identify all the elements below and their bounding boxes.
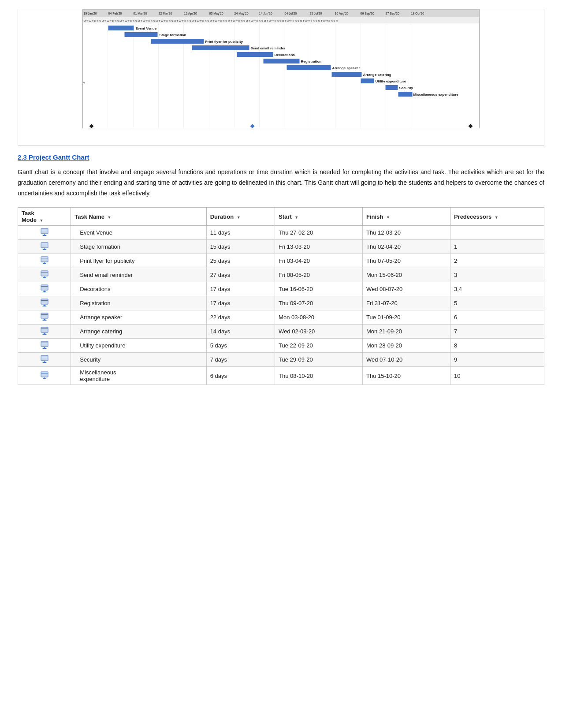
svg-rect-31: [108, 26, 134, 30]
th-duration[interactable]: Duration ▼: [206, 208, 275, 226]
task-mode-icon: [41, 270, 48, 278]
table-row: Utility expenditure5 daysTue 22-09-20Mon…: [18, 339, 544, 353]
cell-task-mode: [18, 254, 71, 268]
cell-start: Thu 08-10-20: [275, 367, 363, 385]
sort-arrow-finish[interactable]: ▼: [386, 215, 390, 220]
cell-finish: Thu 12-03-20: [363, 226, 450, 240]
table-row: Miscellaneousexpenditure6 daysThu 08-10-…: [18, 367, 544, 385]
svg-rect-39: [237, 52, 273, 57]
cell-task-mode: [18, 240, 71, 254]
cell-start: Mon 03-08-20: [275, 310, 363, 325]
cell-finish: Thu 07-05-20: [363, 254, 450, 268]
cell-predecessors: 1: [450, 240, 544, 254]
svg-rect-73: [41, 300, 48, 301]
cell-task-name: Decorations: [71, 282, 206, 296]
svg-text:Arrange catering: Arrange catering: [363, 73, 391, 77]
task-mode-icon: [41, 299, 48, 306]
cell-task-mode: [18, 353, 71, 367]
cell-duration: 17 days: [206, 282, 275, 296]
svg-rect-75: [41, 313, 48, 318]
svg-marker-65: [42, 262, 47, 264]
svg-text:04 Feb'20: 04 Feb'20: [108, 12, 122, 15]
cell-start: Fri 08-05-20: [275, 268, 363, 282]
th-finish[interactable]: Finish ▼: [363, 208, 450, 226]
svg-text:04 Jul'20: 04 Jul'20: [285, 12, 297, 15]
svg-rect-49: [386, 85, 398, 90]
svg-text:18 Oct'20: 18 Oct'20: [411, 12, 424, 15]
cell-duration: 25 days: [206, 254, 275, 268]
svg-rect-58: [41, 230, 48, 230]
th-start[interactable]: Start ▼: [275, 208, 363, 226]
cell-finish: Fri 31-07-20: [363, 296, 450, 310]
svg-rect-79: [41, 329, 48, 329]
th-task-name[interactable]: Task Name ▼: [71, 208, 206, 226]
cell-start: Tue 29-09-20: [275, 353, 363, 367]
task-mode-icon: [41, 371, 48, 379]
cell-task-mode: [18, 339, 71, 353]
cell-predecessors: 8: [450, 339, 544, 353]
cell-finish: Mon 21-09-20: [363, 325, 450, 339]
body-paragraph: Gantt chart is a concept that involve an…: [18, 167, 544, 198]
svg-rect-78: [41, 327, 48, 332]
svg-rect-63: [41, 257, 48, 262]
cell-task-name: Send email reminder: [71, 268, 206, 282]
svg-rect-76: [41, 314, 48, 315]
svg-rect-81: [41, 341, 48, 347]
svg-marker-74: [42, 305, 47, 306]
table-row: Event Venue11 daysThu 27-02-20Thu 12-03-…: [18, 226, 544, 240]
svg-rect-45: [332, 72, 362, 77]
cell-predecessors: [450, 226, 544, 240]
table-row: Arrange speaker22 daysMon 03-08-20Tue 01…: [18, 310, 544, 325]
sort-arrow-start[interactable]: ▼: [294, 215, 298, 220]
svg-text:Registration: Registration: [301, 60, 322, 63]
cell-predecessors: 3: [450, 268, 544, 282]
sort-arrow-duration[interactable]: ▼: [237, 215, 241, 220]
svg-text:19 Jan'20: 19 Jan'20: [84, 12, 97, 15]
th-task-mode[interactable]: TaskMode ▼: [18, 208, 71, 226]
sort-arrow-task-name[interactable]: ▼: [108, 215, 112, 220]
svg-marker-77: [42, 319, 47, 321]
cell-predecessors: 6: [450, 310, 544, 325]
svg-text:14 Jun'20: 14 Jun'20: [259, 12, 272, 15]
svg-text:Event Venue: Event Venue: [136, 26, 157, 30]
cell-task-mode: [18, 282, 71, 296]
svg-marker-83: [42, 347, 47, 349]
cell-finish: Thu 15-10-20: [363, 367, 450, 385]
cell-task-name: Security: [71, 353, 206, 367]
cell-task-name: Miscellaneousexpenditure: [71, 367, 206, 385]
cell-duration: 17 days: [206, 296, 275, 310]
svg-rect-33: [125, 32, 158, 37]
sort-arrow-task-mode[interactable]: ▼: [40, 218, 44, 223]
svg-text:24 May'20: 24 May'20: [234, 12, 249, 15]
task-mode-icon: [41, 228, 48, 236]
cell-predecessors: 3,4: [450, 282, 544, 296]
svg-text:Send email reminder: Send email reminder: [251, 46, 286, 50]
svg-rect-69: [41, 285, 48, 290]
task-mode-icon: [41, 242, 48, 250]
sort-arrow-predecessors[interactable]: ▼: [495, 215, 499, 220]
th-predecessors[interactable]: Predecessors ▼: [450, 208, 544, 226]
table-row: Send email reminder27 daysFri 08-05-20Mo…: [18, 268, 544, 282]
svg-text:22 Mar'20: 22 Mar'20: [159, 12, 172, 15]
svg-text:Miscellaneous expenditure: Miscellaneous expenditure: [413, 93, 459, 97]
svg-rect-37: [192, 45, 249, 50]
svg-marker-86: [42, 361, 47, 363]
cell-start: Thu 09-07-20: [275, 296, 363, 310]
svg-marker-53: [89, 124, 94, 128]
cell-finish: Tue 01-09-20: [363, 310, 450, 325]
svg-rect-47: [361, 78, 374, 83]
table-row: Decorations17 daysTue 16-06-20Wed 08-07-…: [18, 282, 544, 296]
cell-duration: 5 days: [206, 339, 275, 353]
svg-rect-82: [41, 343, 48, 343]
svg-marker-71: [42, 291, 47, 292]
cell-duration: 27 days: [206, 268, 275, 282]
svg-text:J: J: [82, 82, 86, 85]
cell-start: Fri 03-04-20: [275, 254, 363, 268]
cell-predecessors: 9: [450, 353, 544, 367]
cell-finish: Wed 07-10-20: [363, 353, 450, 367]
cell-task-name: Registration: [71, 296, 206, 310]
svg-text:12 Apr'20: 12 Apr'20: [184, 12, 197, 15]
svg-rect-64: [41, 258, 48, 258]
svg-marker-54: [250, 124, 255, 128]
cell-start: Fri 13-03-20: [275, 240, 363, 254]
